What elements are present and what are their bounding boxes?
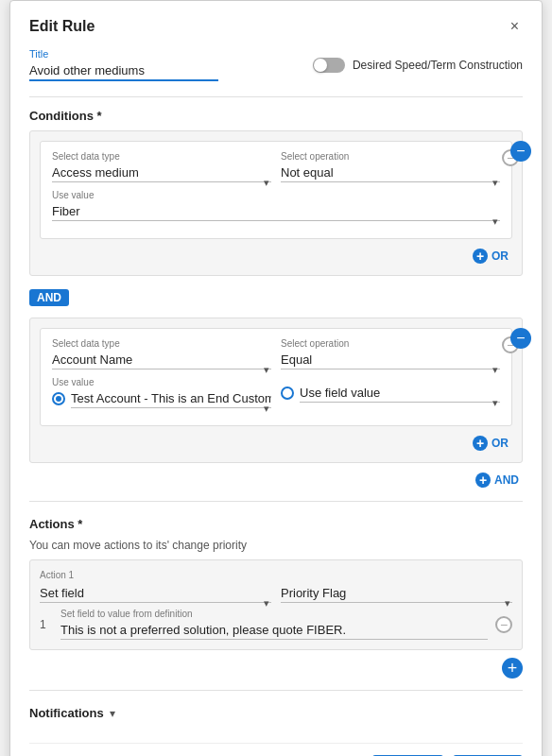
action-type-select-wrapper: Set field — [40, 584, 271, 603]
toggle-row: Desired Speed/Term Construction — [313, 58, 523, 73]
conditions-label: Conditions * — [29, 109, 523, 123]
use-value-label-1: Use value — [52, 190, 500, 200]
use-value-select-wrapper-1: Fiber — [52, 202, 500, 221]
radio-option-field — [281, 387, 294, 400]
use-value-row-1: Use value Fiber — [52, 190, 500, 221]
title-field: Title — [29, 48, 294, 81]
and-button[interactable]: + AND — [472, 471, 523, 490]
action-value-group: Set field to value from definition — [60, 609, 488, 640]
or-button-2[interactable]: + OR — [469, 434, 512, 453]
toggle-knob — [314, 59, 327, 72]
condition-row-2: Select data type Account Name Select ope… — [52, 338, 500, 369]
and-label: AND — [494, 473, 519, 487]
data-type-group-1: Select data type Access medium — [52, 151, 271, 182]
account-select-wrapper: Test Account - This is an End Customer — [71, 389, 271, 408]
and-badge: AND — [29, 284, 523, 312]
add-action-row: + — [29, 658, 523, 679]
modal-header: Edit Rule × — [29, 16, 523, 37]
toggle-label: Desired Speed/Term Construction — [353, 59, 523, 72]
operation-group-2: Select operation Equal — [281, 338, 500, 369]
action-group-1: Action 1 Set field Priority Flag — [29, 559, 523, 650]
radio-option-account — [52, 392, 65, 405]
data-type-label-1: Select data type — [52, 151, 271, 162]
field-value-select[interactable]: Use field value — [300, 384, 500, 403]
action-type-select[interactable]: Set field — [40, 584, 271, 603]
action-value-input[interactable] — [60, 621, 488, 640]
operation-group-1: Select operation Not equal — [281, 151, 500, 182]
action-top-row: Action 1 Set field Priority Flag — [40, 570, 512, 603]
radio-circle-account[interactable] — [52, 392, 65, 405]
data-type-group-2: Select data type Account Name — [52, 338, 271, 369]
or-button-1[interactable]: + OR — [469, 247, 512, 266]
data-type-label-2: Select data type — [52, 338, 271, 349]
title-row: Title Desired Speed/Term Construction — [29, 48, 523, 81]
radio-circle-field[interactable] — [281, 387, 294, 400]
divider-3 — [29, 690, 523, 691]
operation-label-2: Select operation — [281, 338, 500, 349]
account-select[interactable]: Test Account - This is an End Customer — [71, 389, 271, 408]
condition-inner-2: − Select data type Account Name Select o… — [40, 328, 512, 426]
title-label: Title — [29, 48, 294, 60]
divider-1 — [29, 96, 523, 97]
or-label-2: OR — [492, 437, 509, 450]
actions-hint: You can move actions to its' change prio… — [29, 539, 523, 552]
or-label-1: OR — [492, 249, 509, 263]
data-type-select-1[interactable]: Access medium — [52, 163, 271, 182]
action-sub-label: Set field to value from definition — [60, 609, 488, 619]
action-field-select[interactable]: Priority Flag — [281, 584, 512, 603]
notifications-row[interactable]: Notifications ▾ — [29, 706, 523, 720]
or-plus-icon-2: + — [473, 436, 488, 451]
and-plus-icon: + — [475, 472, 491, 488]
close-button[interactable]: × — [507, 16, 523, 37]
condition-inner-1: − Select data type Access medium Select … — [40, 141, 512, 239]
edit-rule-modal: Edit Rule × Title Desired Speed/Term Con… — [9, 0, 543, 756]
action-field-select-wrapper: Priority Flag — [281, 584, 512, 603]
action-value-area: 1 Set field to value from definition − — [40, 609, 512, 640]
remove-outer-btn-2[interactable]: − — [510, 328, 531, 349]
remove-outer-btn-1[interactable]: − — [510, 141, 531, 162]
and-btn-row: + AND — [29, 471, 523, 490]
action-label: Action 1 — [40, 570, 271, 580]
title-input[interactable] — [29, 61, 218, 81]
actions-label: Actions * — [29, 517, 523, 531]
data-type-select-2[interactable]: Account Name — [52, 351, 271, 369]
action-field-label-empty — [281, 570, 512, 580]
use-value-group-2: Use value Test Account - This is an End … — [52, 377, 271, 408]
condition-row-1: Select data type Access medium Select op… — [52, 151, 500, 182]
modal-title: Edit Rule — [29, 18, 95, 35]
use-value-select-1[interactable]: Fiber — [52, 202, 500, 221]
action-number: 1 — [40, 618, 53, 631]
or-btn-row-1: + OR — [40, 247, 512, 266]
operation-select-wrapper-1: Not equal — [281, 163, 500, 182]
use-value-with-radio: Test Account - This is an End Customer — [52, 389, 271, 408]
and-badge-label: AND — [29, 289, 69, 306]
divider-2 — [29, 501, 523, 502]
actions-section: Actions * You can move actions to its' c… — [29, 517, 523, 679]
data-type-select-wrapper-2: Account Name — [52, 351, 271, 369]
operation-select-1[interactable]: Not equal — [281, 163, 500, 182]
operation-label-1: Select operation — [281, 151, 500, 162]
condition-group-1: − Select data type Access medium Select … — [29, 130, 523, 276]
add-action-button[interactable]: + — [502, 658, 523, 679]
condition-group-2: − Select data type Account Name Select o… — [29, 318, 523, 463]
use-value-group-1: Use value Fiber — [52, 190, 500, 221]
use-value-label-2: Use value — [52, 377, 271, 387]
operation-select-2[interactable]: Equal — [281, 351, 500, 369]
field-value-select-wrapper: Use field value — [300, 384, 500, 403]
operation-select-wrapper-2: Equal — [281, 351, 500, 369]
action-type-group: Action 1 Set field — [40, 570, 271, 603]
notifications-label: Notifications — [29, 706, 104, 720]
modal-footer: Save Cancel — [29, 743, 523, 756]
or-plus-icon-1: + — [473, 249, 488, 264]
or-btn-row-2: + OR — [40, 434, 512, 453]
toggle-switch[interactable] — [313, 58, 345, 73]
use-field-value-group: Use field value — [281, 384, 500, 403]
action-field-group: Priority Flag — [281, 570, 512, 603]
remove-action-btn-1[interactable]: − — [495, 616, 512, 633]
data-type-select-wrapper-1: Access medium — [52, 163, 271, 182]
use-value-row-2: Use value Test Account - This is an End … — [52, 377, 500, 408]
chevron-down-icon: ▾ — [110, 707, 115, 720]
